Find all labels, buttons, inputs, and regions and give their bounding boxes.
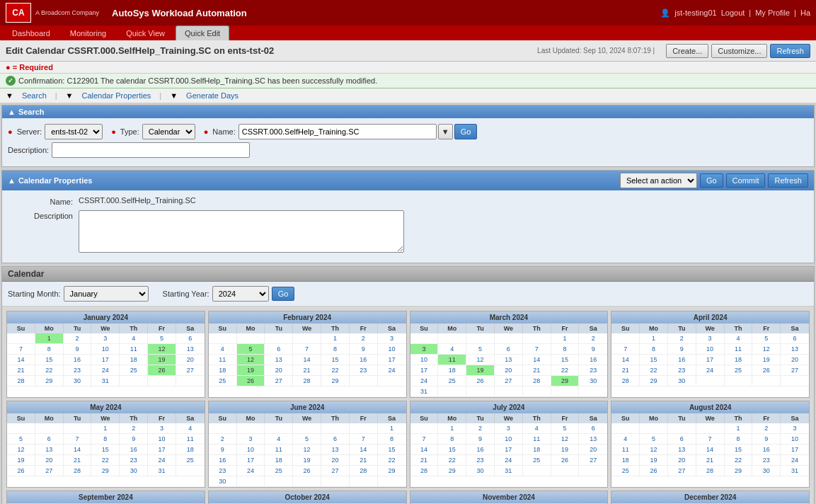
cal-day[interactable]: 5: [7, 434, 35, 445]
cal-day[interactable]: 16: [120, 445, 148, 455]
cal-day[interactable]: 10: [696, 344, 725, 355]
cal-day[interactable]: 19: [148, 355, 176, 365]
cal-day[interactable]: 15: [640, 355, 668, 365]
cal-day[interactable]: 28: [696, 466, 725, 476]
cal-day[interactable]: 7: [410, 434, 439, 445]
cal-day[interactable]: 23: [466, 455, 495, 466]
cal-day[interactable]: 4: [725, 333, 753, 344]
cal-day[interactable]: 7: [523, 344, 551, 355]
calendar-go-button[interactable]: Go: [272, 287, 295, 301]
cal-day[interactable]: 17: [696, 355, 725, 365]
help-link[interactable]: Ha: [800, 8, 810, 17]
cal-day[interactable]: 23: [350, 365, 378, 376]
cal-day[interactable]: 6: [781, 333, 809, 344]
cal-day[interactable]: 25: [611, 466, 640, 476]
cal-day[interactable]: 25: [120, 365, 148, 376]
cal-day[interactable]: 2: [668, 333, 696, 344]
starting-year-select[interactable]: 2024: [212, 286, 269, 302]
cal-day[interactable]: 6: [321, 434, 350, 445]
cal-day[interactable]: 5: [640, 434, 668, 445]
cal-day[interactable]: 9: [668, 344, 696, 355]
cal-day[interactable]: 7: [7, 344, 35, 355]
cal-day[interactable]: 18: [611, 455, 640, 466]
cal-day[interactable]: 2: [350, 333, 378, 344]
cal-day[interactable]: 6: [579, 423, 607, 434]
cal-day[interactable]: 5: [148, 333, 176, 344]
cal-day[interactable]: 11: [120, 344, 148, 355]
cal-day[interactable]: 16: [350, 355, 378, 365]
cal-day[interactable]: 6: [265, 344, 293, 355]
cal-day[interactable]: 29: [438, 466, 466, 476]
cal-day[interactable]: 17: [237, 455, 265, 466]
cal-day[interactable]: 8: [438, 434, 466, 445]
cal-day[interactable]: 8: [725, 434, 753, 445]
refresh-button[interactable]: Refresh: [770, 44, 810, 58]
cal-day[interactable]: 24: [91, 365, 120, 376]
cal-day[interactable]: 5: [752, 333, 781, 344]
cal-day[interactable]: 18: [209, 365, 237, 376]
cal-day[interactable]: 18: [438, 365, 466, 376]
cal-day[interactable]: 24: [495, 455, 523, 466]
cal-day[interactable]: 23: [752, 455, 781, 466]
cal-day[interactable]: 16: [752, 445, 781, 455]
cal-desc-textarea[interactable]: [79, 210, 404, 253]
cal-day[interactable]: 13: [321, 445, 350, 455]
cal-day[interactable]: 21: [696, 455, 725, 466]
cal-day[interactable]: 25: [209, 376, 237, 386]
cal-prop-refresh-button[interactable]: Refresh: [768, 173, 808, 188]
cal-day[interactable]: 30: [209, 476, 237, 487]
cal-day[interactable]: 20: [35, 455, 64, 466]
cal-day[interactable]: 11: [523, 434, 551, 445]
cal-day[interactable]: 11: [725, 344, 753, 355]
cal-day[interactable]: 31: [781, 466, 809, 476]
cal-day[interactable]: 9: [209, 445, 237, 455]
cal-day[interactable]: 13: [495, 355, 523, 365]
cal-day[interactable]: 22: [35, 365, 64, 376]
cal-day[interactable]: 29: [91, 466, 120, 476]
cal-day[interactable]: 10: [781, 434, 809, 445]
cal-day[interactable]: 16: [579, 355, 607, 365]
cal-day[interactable]: 14: [64, 445, 92, 455]
cal-day[interactable]: 26: [640, 466, 668, 476]
cal-day[interactable]: 19: [640, 455, 668, 466]
tab-quick-view[interactable]: Quick View: [117, 25, 174, 40]
commit-button[interactable]: Commit: [726, 173, 766, 188]
cal-day[interactable]: 16: [64, 355, 92, 365]
cal-day[interactable]: 7: [350, 434, 378, 445]
cal-day[interactable]: 3: [495, 423, 523, 434]
cal-day[interactable]: 19: [752, 355, 781, 365]
cal-day[interactable]: 5: [551, 423, 580, 434]
cal-day[interactable]: 31: [91, 376, 120, 386]
cal-day[interactable]: 24: [410, 376, 439, 386]
name-input[interactable]: [239, 124, 437, 139]
cal-day[interactable]: 21: [350, 455, 378, 466]
cal-day[interactable]: 3: [148, 423, 176, 434]
cal-day[interactable]: 12: [466, 355, 495, 365]
tab-dashboard[interactable]: Dashboard: [3, 25, 59, 40]
cal-day[interactable]: 26: [7, 466, 35, 476]
cal-day[interactable]: 14: [350, 445, 378, 455]
cal-day[interactable]: 5: [237, 344, 265, 355]
cal-day[interactable]: 21: [523, 365, 551, 376]
cal-day[interactable]: 2: [120, 423, 148, 434]
cal-day[interactable]: 29: [640, 376, 668, 386]
cal-day[interactable]: 28: [293, 376, 321, 386]
cal-day[interactable]: 29: [551, 376, 580, 386]
cal-day[interactable]: 15: [551, 355, 580, 365]
cal-day[interactable]: 30: [120, 466, 148, 476]
cal-day[interactable]: 30: [64, 376, 92, 386]
cal-day[interactable]: 10: [148, 434, 176, 445]
cal-day[interactable]: 20: [265, 365, 293, 376]
tab-monitoring[interactable]: Monitoring: [61, 25, 115, 40]
cal-day[interactable]: 3: [410, 344, 439, 355]
cal-day[interactable]: 20: [668, 455, 696, 466]
cal-day[interactable]: 8: [640, 344, 668, 355]
cal-day[interactable]: 8: [91, 434, 120, 445]
cal-day[interactable]: 2: [579, 333, 607, 344]
cal-day[interactable]: 1: [91, 423, 120, 434]
cal-day[interactable]: 28: [350, 466, 378, 476]
cal-day[interactable]: 4: [265, 434, 293, 445]
cal-day[interactable]: 8: [551, 344, 580, 355]
cal-day[interactable]: 18: [265, 455, 293, 466]
cal-day[interactable]: 12: [237, 355, 265, 365]
